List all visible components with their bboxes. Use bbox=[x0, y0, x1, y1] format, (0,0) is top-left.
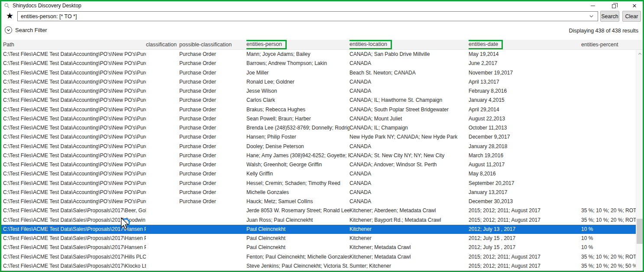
cell-location: CANADA; San Pablo Drive Millville bbox=[350, 50, 469, 59]
cell-path: C:\Test Files\ACME Test Data\Accounting\… bbox=[1, 197, 146, 206]
minimize-button[interactable] bbox=[588, 2, 598, 10]
highlight-box-location: entities-location bbox=[350, 40, 392, 49]
highlight-box-date: entities-date bbox=[469, 40, 503, 49]
title-bar: Shinydocs Discovery Desktop ✕ bbox=[1, 1, 643, 10]
cell-person: Hauck; Metz; Samuel Collins bbox=[246, 197, 350, 206]
cell-date: January 13,2017 bbox=[469, 188, 581, 197]
cell-date: September 20,2017 bbox=[469, 179, 581, 188]
close-button[interactable]: ✕ bbox=[630, 2, 639, 10]
cell-location: CANADA; IL; Hawthorne St. Champaign bbox=[350, 96, 469, 105]
search-dropdown-chevron-icon[interactable] bbox=[589, 14, 594, 19]
cell-location: Kitchener; Metadata Crawl bbox=[350, 243, 469, 252]
table-row[interactable]: C:\Test Files\ACME Test Data\Accounting\… bbox=[1, 68, 636, 78]
cell-location: CANADA bbox=[350, 59, 469, 68]
table-row[interactable]: C:\Test Files\ACME Test Data\Accounting\… bbox=[1, 197, 636, 206]
clear-button[interactable]: Clear bbox=[622, 11, 641, 22]
column-header-possible_classification[interactable]: possible-classification bbox=[179, 42, 246, 48]
table-row[interactable]: C:\Test Files\ACME Test Data\Sales\Propo… bbox=[1, 234, 636, 243]
cell-date: December 9,2017 bbox=[469, 133, 581, 142]
table-row[interactable]: C:\Test Files\ACME Test Data\Accounting\… bbox=[1, 151, 636, 160]
scrollbar-thumb[interactable] bbox=[637, 219, 643, 244]
table-row[interactable]: C:\Test Files\ACME Test Data\Sales\Propo… bbox=[1, 243, 636, 252]
cell-possible_classification: Purchase Order bbox=[179, 96, 246, 105]
column-header-date[interactable]: entities-date bbox=[469, 40, 581, 49]
cell-possible_classification: Purchase Order bbox=[179, 105, 246, 114]
search-input[interactable] bbox=[17, 11, 598, 21]
cell-possible_classification: Purchase Order bbox=[179, 188, 246, 197]
table-row[interactable]: C:\Test Files\ACME Test Data\Accounting\… bbox=[1, 188, 636, 197]
cell-path: C:\Test Files\ACME Test Data\Accounting\… bbox=[1, 179, 146, 188]
cell-date: August 11,2017 bbox=[469, 160, 581, 169]
column-header-classification[interactable]: classification bbox=[146, 42, 179, 48]
cell-location: CANADA bbox=[350, 169, 469, 178]
column-header-path[interactable]: Path bbox=[1, 42, 146, 48]
cell-possible_classification: Purchase Order bbox=[179, 151, 246, 160]
search-button[interactable]: Search bbox=[600, 11, 619, 22]
cell-path: C:\Test Files\ACME Test Data\Accounting\… bbox=[1, 114, 146, 123]
table-row[interactable]: C:\Test Files\ACME Test Data\Accounting\… bbox=[1, 123, 636, 133]
cell-person: Paul Cleincnekht bbox=[246, 225, 350, 234]
cell-possible_classification: Purchase Order bbox=[179, 197, 246, 206]
table-row[interactable]: C:\Test Files\ACME Test Data\Accounting\… bbox=[1, 96, 636, 105]
search-filter-toggle[interactable]: Search Filter bbox=[5, 26, 47, 34]
cell-location: Kitchener bbox=[350, 225, 469, 234]
cell-path: C:\Test Files\ACME Test Data\Accounting\… bbox=[1, 169, 146, 178]
cell-date: November 19,2017 bbox=[469, 68, 581, 78]
cell-path: C:\Test Files\ACME Test Data\Accounting\… bbox=[1, 105, 146, 114]
cell-percent: 35 %; 10 %; 20 %; ROT %; bbox=[581, 216, 636, 225]
cell-location: CANADA; Andover; Windsor St. Perth bbox=[350, 160, 469, 169]
table-row[interactable]: C:\Test Files\ACME Test Data\Sales\Propo… bbox=[1, 262, 636, 271]
cell-date: March 19,2016 bbox=[469, 151, 581, 160]
column-header-percent[interactable]: entities-percent bbox=[581, 42, 643, 48]
cell-date: October 11,2013 bbox=[469, 123, 581, 133]
cell-location: CANADA bbox=[350, 197, 469, 206]
cell-date: 2015; 2012; 2011; August 2017 bbox=[469, 216, 581, 225]
favorite-star-icon[interactable]: ★ bbox=[6, 11, 13, 21]
cell-date: January 28,2018 bbox=[469, 142, 581, 151]
table-row[interactable]: C:\Test Files\ACME Test Data\Accounting\… bbox=[1, 179, 636, 188]
cell-possible_classification: Purchase Order bbox=[179, 169, 246, 178]
filter-bar: Search Filter Displaying 438 of 438 resu… bbox=[1, 26, 643, 37]
table-row[interactable]: C:\Test Files\ACME Test Data\Accounting\… bbox=[1, 50, 636, 59]
cell-percent: 10 % bbox=[581, 234, 636, 243]
cell-possible_classification: Purchase Order bbox=[179, 50, 246, 59]
table-row[interactable]: C:\Test Files\ACME Test Data\Accounting\… bbox=[1, 105, 636, 114]
cell-person: Carlos Clark bbox=[246, 96, 350, 105]
table-row-selected[interactable]: C:\Test Files\ACME Test Data\Sales\Propo… bbox=[1, 225, 636, 234]
cell-percent: 10 % bbox=[581, 225, 636, 234]
scroll-up-arrow-icon[interactable] bbox=[636, 51, 643, 57]
cell-date: May 19,2014 bbox=[469, 50, 581, 59]
table-row[interactable]: C:\Test Files\ACME Test Data\Accounting\… bbox=[1, 114, 636, 123]
cell-date: 2012; July 13 , 2017 bbox=[469, 225, 581, 234]
table-row[interactable]: C:\Test Files\ACME Test Data\Accounting\… bbox=[1, 142, 636, 151]
cell-person: Mann; Joyce Adams; Bailey bbox=[246, 50, 350, 59]
table-row[interactable]: C:\Test Files\ACME Test Data\Accounting\… bbox=[1, 133, 636, 142]
table-row[interactable]: C:\Test Files\ACME Test Data\Sales\Propo… bbox=[1, 253, 636, 262]
cell-path: C:\Test Files\ACME Test Data\Sales\Propo… bbox=[1, 253, 146, 262]
cell-location: CANADA; St. New City NY; NY; New City bbox=[350, 151, 469, 160]
cell-person: Brenda Lee (248)532-8769; Donnelly; Rodr… bbox=[246, 123, 350, 133]
table-row[interactable]: C:\Test Files\ACME Test Data\Sales\Propo… bbox=[1, 216, 636, 225]
cell-location: New Hyde Park NY; CANADA; New Hyde Park bbox=[350, 133, 469, 142]
cell-person: Walsh; Greenholt; George Griffin bbox=[246, 160, 350, 169]
table-row[interactable]: C:\Test Files\ACME Test Data\Accounting\… bbox=[1, 87, 636, 96]
table-row[interactable]: C:\Test Files\ACME Test Data\Accounting\… bbox=[1, 78, 636, 87]
restore-button[interactable] bbox=[609, 2, 618, 10]
cell-path: C:\Test Files\ACME Test Data\Sales\Propo… bbox=[1, 216, 146, 225]
cell-path: C:\Test Files\ACME Test Data\Accounting\… bbox=[1, 160, 146, 169]
cell-path: C:\Test Files\ACME Test Data\Accounting\… bbox=[1, 123, 146, 133]
cell-path: C:\Test Files\ACME Test Data\Sales\Propo… bbox=[1, 234, 146, 243]
table-row[interactable]: C:\Test Files\ACME Test Data\Accounting\… bbox=[1, 169, 636, 178]
table-row[interactable]: C:\Test Files\ACME Test Data\Accounting\… bbox=[1, 160, 636, 169]
cell-path: C:\Test Files\ACME Test Data\Sales\Propo… bbox=[1, 243, 146, 252]
table-row[interactable]: C:\Test Files\ACME Test Data\Accounting\… bbox=[1, 59, 636, 68]
cell-possible_classification: Purchase Order bbox=[179, 87, 246, 96]
column-header-person[interactable]: entities-person bbox=[246, 40, 350, 49]
table-row[interactable]: C:\Test Files\ACME Test Data\Sales\Propo… bbox=[1, 206, 636, 215]
cell-person: Hane; Amy James (308)942-6252; Goyette; … bbox=[246, 151, 350, 160]
cell-location: CANADA bbox=[350, 179, 469, 188]
vertical-scrollbar[interactable] bbox=[636, 50, 643, 271]
cell-percent: 35 %; 10 %; 20 %; ROT %; bbox=[581, 253, 636, 262]
search-filter-label: Search Filter bbox=[15, 27, 47, 33]
column-header-location[interactable]: entities-location bbox=[350, 40, 469, 49]
